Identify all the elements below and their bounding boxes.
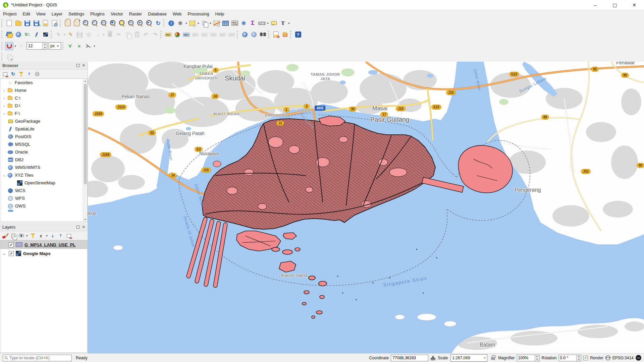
zoom-native-icon[interactable]: 1:1 xyxy=(100,19,108,27)
properties-info-icon[interactable]: i xyxy=(34,70,41,78)
filter-expression-icon[interactable]: ε xyxy=(37,232,45,239)
zoom-to-selection-icon[interactable] xyxy=(118,19,126,27)
toolbar-grip[interactable] xyxy=(268,31,270,38)
new-project-icon[interactable] xyxy=(5,19,13,27)
highlight-labels-icon[interactable]: abc xyxy=(200,31,209,39)
labeling-options-icon[interactable]: abc xyxy=(182,31,191,39)
toolbar-grip[interactable] xyxy=(1,19,3,27)
measure-icon[interactable] xyxy=(258,19,266,27)
identify-features-icon[interactable]: i xyxy=(167,19,175,27)
open-project-icon[interactable] xyxy=(14,19,22,27)
plugin-settings-icon[interactable] xyxy=(281,31,289,39)
delete-selected-icon[interactable] xyxy=(106,31,114,39)
browser-item-partial[interactable] xyxy=(0,210,87,212)
toolbar-grip[interactable] xyxy=(1,53,3,60)
current-edits-dropdown[interactable]: ▼ xyxy=(63,34,66,36)
menu-database[interactable]: Database xyxy=(145,11,170,17)
scroll-down-icon[interactable]: ▼ xyxy=(84,217,87,222)
options-gear-icon[interactable]: ✻ xyxy=(239,19,248,27)
map-themes-icon[interactable] xyxy=(17,232,25,239)
spin-arrows[interactable]: ▲▼ xyxy=(576,355,581,361)
select-features-dropdown[interactable]: ▼ xyxy=(197,22,200,24)
menu-project[interactable]: Project xyxy=(0,11,19,17)
rotation-input[interactable] xyxy=(559,355,576,361)
layer-row-google-maps[interactable]: ⌄ ✓ Google Maps xyxy=(0,249,87,258)
save-project-as-icon[interactable]: ✎ xyxy=(32,19,41,27)
menu-vector[interactable]: Vector xyxy=(108,11,126,17)
browser-item-ows[interactable]: OWS xyxy=(0,202,87,210)
menu-plugins[interactable]: Plugins xyxy=(87,11,108,17)
toolbar-grip[interactable] xyxy=(51,31,53,38)
browser-item-c-drive[interactable]: ›C:\ xyxy=(0,94,87,102)
toolbar-grip[interactable] xyxy=(62,42,64,50)
rotation-spinbox[interactable]: ▲▼ xyxy=(558,355,581,361)
filter-browser-icon[interactable] xyxy=(17,70,25,78)
zoom-out-icon[interactable]: − xyxy=(91,19,99,27)
select-by-form-icon[interactable] xyxy=(200,19,209,27)
map-canvas[interactable]: Kangkar Pulai Skudai TAMAN UNIVERSITI TA… xyxy=(88,62,644,353)
minimize-button[interactable]: – xyxy=(586,0,605,10)
browser-item-openstreetmap[interactable]: OpenStreetMap xyxy=(0,179,87,187)
menu-view[interactable]: View xyxy=(33,11,49,17)
browser-item-spatialite[interactable]: SpatiaLite xyxy=(0,125,87,133)
vertex-tool-icon[interactable]: ∴ xyxy=(94,31,102,39)
snapping-self-icon[interactable]: ∷ xyxy=(17,42,25,50)
collapse-all-layers-icon[interactable]: ⤒ xyxy=(57,232,64,239)
add-polygon-icon[interactable] xyxy=(85,31,93,39)
close-panel-icon[interactable]: ✕ xyxy=(82,225,85,229)
spin-arrows[interactable]: ▲▼ xyxy=(535,355,539,361)
coordinate-input[interactable] xyxy=(391,355,428,361)
rotate-label-icon[interactable]: abc xyxy=(218,31,227,39)
extents-toggle-icon[interactable] xyxy=(430,355,436,361)
topological-editing-icon[interactable]: ⋎ xyxy=(66,42,74,50)
menu-edit[interactable]: Edit xyxy=(19,11,33,17)
select-features-icon[interactable] xyxy=(188,19,197,27)
snapping-mode-dropdown[interactable]: ▼ xyxy=(14,45,17,47)
move-label-icon[interactable]: abc xyxy=(209,31,218,39)
layout-manager-icon[interactable] xyxy=(50,19,59,27)
scroll-up-icon[interactable]: ▲ xyxy=(84,79,87,83)
pin-labels-icon[interactable]: abc xyxy=(191,31,200,39)
trace-dropdown[interactable]: ▼ xyxy=(93,45,96,47)
crs-globe-icon[interactable] xyxy=(605,355,610,360)
select-by-form-dropdown[interactable]: ▼ xyxy=(209,22,212,24)
magnifier-input[interactable] xyxy=(517,355,535,361)
zoom-next-icon[interactable]: ▸ xyxy=(145,19,153,27)
browser-item-mssql[interactable]: MSSQL xyxy=(0,140,87,148)
zoom-to-layer-icon[interactable]: ▭ xyxy=(127,19,135,27)
filter-expression-dropdown[interactable]: ▼ xyxy=(45,235,48,237)
toolbar-grip[interactable] xyxy=(60,19,62,27)
metasearch-icon[interactable] xyxy=(240,31,249,39)
snapping-tolerance-spinbox[interactable]: ▲▼ xyxy=(26,42,47,50)
browser-item-wms[interactable]: WMS/WMTS xyxy=(0,164,87,171)
maximize-button[interactable]: ▢ xyxy=(605,0,625,10)
scale-combo[interactable]: 1:267,069∨ xyxy=(450,354,487,362)
pan-map-icon[interactable] xyxy=(63,19,72,27)
browser-item-d-drive[interactable]: ›D:\ xyxy=(0,102,87,110)
map-themes-dropdown[interactable]: ▼ xyxy=(25,235,29,237)
add-selected-layers-icon[interactable] xyxy=(1,70,9,78)
zoom-full-icon[interactable]: ✥ xyxy=(109,19,117,27)
messages-icon[interactable]: ••• xyxy=(636,355,641,361)
measure-dropdown[interactable]: ▼ xyxy=(266,22,269,24)
add-raster-layer-icon[interactable] xyxy=(41,31,50,39)
spin-arrows[interactable]: ▲▼ xyxy=(42,43,47,49)
search-binoculars-icon[interactable] xyxy=(259,31,267,39)
deselect-all-icon[interactable] xyxy=(212,19,221,27)
browser-item-postgis[interactable]: 🐘PostGIS xyxy=(0,133,87,140)
pan-to-selection-icon[interactable]: ✦ xyxy=(72,19,81,27)
toolbar-grip[interactable] xyxy=(163,19,165,27)
toolbar-grip[interactable] xyxy=(1,42,3,50)
toolbar-grip[interactable] xyxy=(237,31,239,38)
snapping-units-combo[interactable]: px▼ xyxy=(49,42,61,50)
redo-icon[interactable]: ↷ xyxy=(151,31,159,39)
menu-web[interactable]: Web xyxy=(170,11,185,17)
menu-layer[interactable]: Layer xyxy=(49,11,66,17)
text-annotation-icon[interactable]: T xyxy=(279,19,287,27)
browser-item-db2[interactable]: DB2DB2 xyxy=(0,156,87,164)
menu-processing[interactable]: Processing xyxy=(184,11,212,17)
browser-item-oracle[interactable]: Oracle xyxy=(0,148,87,156)
menu-raster[interactable]: Raster xyxy=(126,11,145,17)
save-edits-icon[interactable] xyxy=(75,31,84,39)
field-calculator-icon[interactable] xyxy=(230,19,239,27)
